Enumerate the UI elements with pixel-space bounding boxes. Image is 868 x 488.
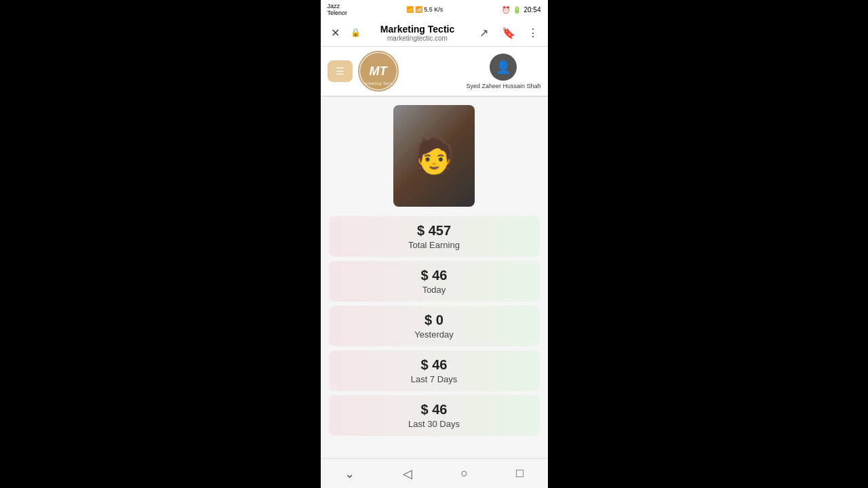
share-button[interactable]: ↗ (475, 23, 494, 42)
signal-bars: 📶 (406, 6, 414, 13)
carrier2-label: Telenor (328, 9, 348, 16)
speed-label: 5.5 K/s (424, 6, 443, 13)
earning-card-30days: $ 46 Last 30 Days (329, 395, 540, 436)
today-earning-label: Today (338, 285, 530, 295)
browser-bar: ✕ 🔒 Marketing Tectic marketingtectic.com… (321, 19, 548, 47)
wifi-icon: 📶 (415, 6, 422, 13)
7days-earning-label: Last 7 Days (338, 374, 530, 384)
more-button[interactable]: ⋮ (524, 23, 542, 42)
logo-subtext: Marketing Tectic (361, 81, 395, 85)
total-earning-amount: $ 457 (338, 223, 530, 239)
bookmark-button[interactable]: 🔖 (499, 23, 518, 42)
earning-card-yesterday: $ 0 Yesterday (329, 306, 540, 346)
home-button[interactable]: ○ (460, 466, 468, 481)
site-header: ☰ MT Marketing Tectic 👤 Syed Zaheer Huss… (321, 47, 548, 97)
alarm-icon: ⏰ (502, 6, 510, 14)
7days-earning-amount: $ 46 (338, 357, 530, 373)
today-earning-amount: $ 46 (338, 268, 530, 283)
profile-image: 🧑 (393, 105, 475, 207)
close-button[interactable]: ✕ (326, 23, 345, 42)
total-earning-label: Total Earning (338, 240, 530, 250)
lock-icon: 🔒 (351, 28, 361, 37)
person-icon: 🧑 (413, 136, 455, 176)
main-content: 🧑 $ 457 Total Earning $ 46 Today $ 0 Yes… (321, 97, 548, 458)
browser-url: marketingtectic.com (387, 35, 448, 42)
carrier1-label: Jazz (328, 3, 348, 9)
browser-title-area: Marketing Tectic marketingtectic.com (366, 24, 469, 42)
battery-icon: 🔋 (513, 6, 521, 14)
signal-area: 📶 📶 5.5 K/s (406, 6, 443, 13)
chevron-down-button[interactable]: ⌄ (344, 466, 355, 481)
browser-site-title: Marketing Tectic (380, 24, 454, 35)
user-name: Syed Zaheer Hussain Shah (466, 83, 540, 89)
earning-card-today: $ 46 Today (329, 261, 540, 302)
yesterday-earning-label: Yesterday (338, 329, 530, 340)
avatar: 👤 (490, 54, 517, 81)
bottom-nav: ⌄ ◁ ○ □ (321, 458, 548, 488)
user-area: 👤 Syed Zaheer Hussain Shah (466, 54, 540, 89)
status-bar: Jazz Telenor 📶 📶 5.5 K/s ⏰ 🔋 20:54 (321, 0, 548, 19)
logo-inner: MT Marketing Tectic (360, 53, 397, 89)
time-battery: ⏰ 🔋 20:54 (502, 6, 540, 14)
logo-text: MT (370, 64, 387, 79)
30days-earning-amount: $ 46 (338, 402, 530, 418)
30days-earning-label: Last 30 Days (338, 419, 530, 429)
carrier-info: Jazz Telenor (328, 3, 348, 16)
earning-card-total: $ 457 Total Earning (329, 216, 540, 257)
profile-photo: 🧑 (393, 105, 475, 207)
back-button[interactable]: ◁ (403, 466, 412, 481)
phone-frame: Jazz Telenor 📶 📶 5.5 K/s ⏰ 🔋 20:54 ✕ 🔒 M… (321, 0, 548, 488)
menu-button[interactable]: ☰ (328, 60, 353, 82)
earning-card-7days: $ 46 Last 7 Days (329, 350, 540, 391)
site-logo: MT Marketing Tectic (358, 51, 399, 92)
yesterday-earning-amount: $ 0 (338, 312, 530, 328)
recent-button[interactable]: □ (516, 466, 524, 481)
time-label: 20:54 (524, 6, 540, 14)
